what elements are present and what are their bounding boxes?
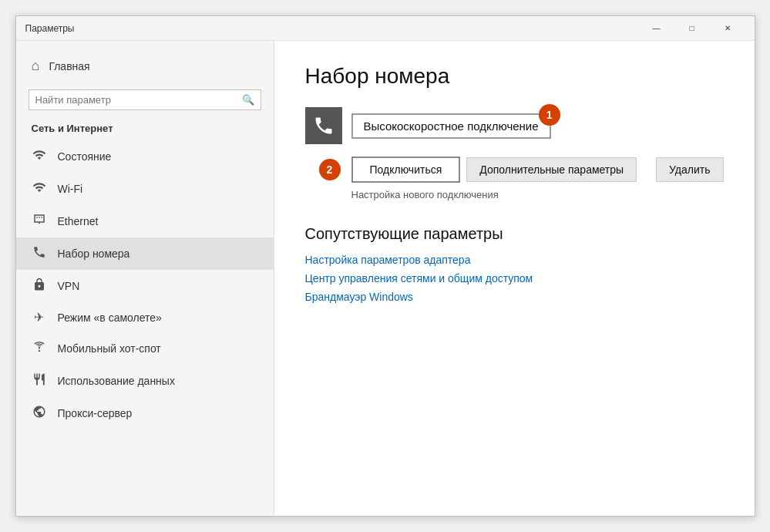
search-input[interactable] (35, 94, 237, 106)
ethernet-icon (32, 213, 47, 230)
sidebar-item-datausage[interactable]: Использование данных (16, 365, 274, 397)
home-label: Главная (49, 60, 89, 72)
sidebar-label-airplane: Режим «в самолете» (58, 311, 162, 324)
sidebar-label-ethernet: Ethernet (58, 215, 99, 227)
sidebar-item-status[interactable]: Состояние (16, 140, 274, 173)
home-icon: ⌂ (32, 58, 40, 74)
delete-button[interactable]: Удалить (656, 157, 723, 182)
related-link-2[interactable]: Брандмауэр Windows (305, 291, 724, 303)
connect-button[interactable]: Подключиться (351, 157, 461, 183)
window-title: Параметры (25, 23, 75, 34)
sidebar-label-hotspot: Мобильный хот-спот (58, 342, 161, 355)
settings-window: Параметры — □ ✕ ⌂ Главная 🔍 Сеть и Интер… (15, 15, 755, 517)
actions-row: 2 Подключиться Дополнительные параметры … (305, 157, 724, 183)
proxy-icon (32, 405, 47, 422)
sidebar-label-proxy: Прокси-сервер (58, 407, 133, 419)
sidebar-label-status: Состояние (58, 150, 112, 163)
window-controls: — □ ✕ (639, 16, 745, 41)
sidebar-label-datausage: Использование данных (58, 375, 175, 387)
sidebar-section-title: Сеть и Интернет (16, 120, 274, 140)
sidebar-item-airplane[interactable]: ✈ Режим «в самолете» (16, 302, 274, 332)
related-link-0[interactable]: Настройка параметров адаптера (305, 254, 724, 266)
main-content: Набор номера Высокоскоростное подключени… (274, 41, 755, 516)
setup-link-text: Настройка нового подключения (351, 189, 499, 200)
sidebar-item-wifi[interactable]: Wi-Fi (16, 173, 274, 205)
sidebar-label-vpn: VPN (58, 280, 80, 292)
connection-name: Высокоскоростное подключение (364, 120, 539, 133)
search-box: 🔍 (29, 89, 261, 110)
sidebar-item-ethernet[interactable]: Ethernet (16, 205, 274, 237)
related-section-title: Сопутствующие параметры (305, 225, 724, 243)
sidebar: ⌂ Главная 🔍 Сеть и Интернет Состояние Wi… (16, 41, 274, 516)
hotspot-icon (32, 340, 47, 357)
connect-inner: Подключиться Дополнительные параметры Уд… (351, 157, 724, 183)
close-button[interactable]: ✕ (710, 16, 745, 41)
sidebar-label-wifi: Wi-Fi (58, 183, 83, 195)
minimize-button[interactable]: — (639, 16, 674, 41)
connection-row: Высокоскоростное подключение 1 (305, 107, 724, 144)
airplane-icon: ✈ (32, 310, 47, 325)
telephone-icon (313, 115, 335, 136)
vpn-icon (32, 278, 47, 295)
maximize-button[interactable]: □ (674, 16, 710, 41)
sidebar-item-dialup[interactable]: Набор номера (16, 237, 274, 270)
sidebar-item-vpn[interactable]: VPN (16, 270, 274, 302)
badge-1: 1 (539, 104, 560, 126)
extra-params-button[interactable]: Дополнительные параметры (466, 157, 637, 182)
badge-2: 2 (319, 159, 341, 180)
sidebar-item-proxy[interactable]: Прокси-сервер (16, 397, 274, 429)
title-bar: Параметры — □ ✕ (16, 16, 755, 41)
dialup-icon (32, 245, 47, 262)
datausage-icon (32, 372, 47, 389)
page-title: Набор номера (305, 64, 724, 89)
status-icon (32, 148, 47, 165)
sidebar-item-hotspot[interactable]: Мобильный хот-спот (16, 332, 274, 365)
search-icon: 🔍 (242, 94, 254, 106)
home-nav-item[interactable]: ⌂ Главная (16, 49, 274, 83)
sidebar-label-dialup: Набор номера (58, 247, 130, 260)
connection-name-box: Высокоскоростное подключение 1 (351, 113, 551, 139)
wifi-icon (32, 180, 47, 197)
dial-icon-box (305, 107, 342, 144)
content-area: ⌂ Главная 🔍 Сеть и Интернет Состояние Wi… (16, 41, 755, 516)
setup-link[interactable]: Настройка нового подключения (305, 189, 724, 200)
related-link-1[interactable]: Центр управления сетями и общим доступом (305, 272, 724, 285)
